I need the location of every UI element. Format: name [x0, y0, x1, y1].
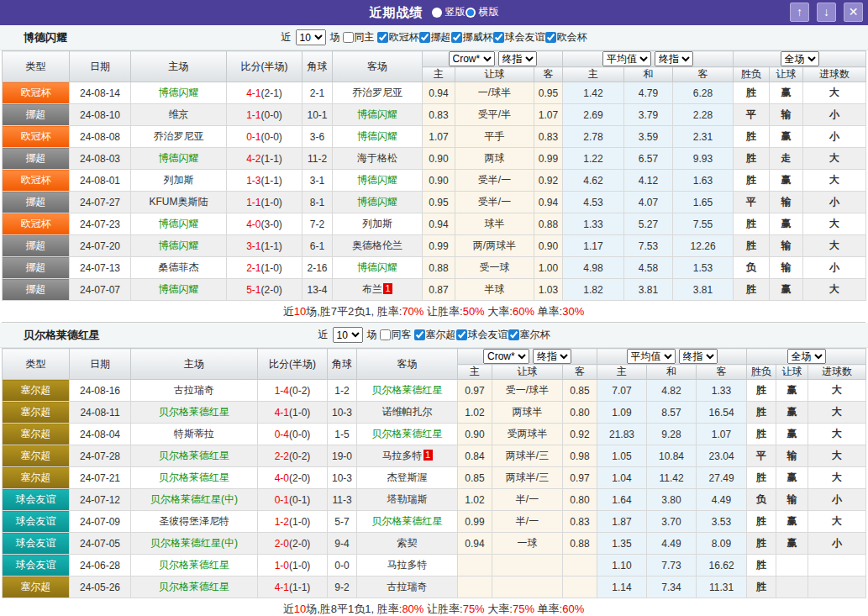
- col-odds-away: 客: [563, 365, 597, 380]
- avg-away-odds: 27.49: [697, 467, 747, 489]
- avg-home-odds: 1.33: [563, 213, 624, 235]
- layout-radio-option[interactable]: 竖版: [432, 5, 466, 19]
- fulltime-score: 4-1: [246, 87, 260, 99]
- league-type-badge: 挪超: [3, 235, 70, 257]
- recent-count-select[interactable]: 10: [296, 29, 326, 45]
- goals-result: 小: [803, 192, 866, 213]
- odds-handicap: 球半: [455, 213, 534, 235]
- col-home: 主场: [131, 349, 258, 380]
- handicap-result: 赢: [770, 82, 803, 104]
- odds-away: 0.97: [563, 467, 597, 489]
- league-checkbox-塞尔超[interactable]: [414, 329, 425, 340]
- match-score: 3-1(1-1): [227, 235, 302, 257]
- league-checkbox-挪超[interactable]: [419, 32, 430, 43]
- match-row: 塞尔超24-07-28贝尔格莱德红星2-2(0-2)19-0马拉多特10.84两…: [3, 445, 866, 467]
- radio-icon[interactable]: [432, 8, 442, 18]
- away-team-name: 马拉多特: [357, 555, 458, 577]
- handicap-result: 赢: [776, 511, 808, 533]
- league-type-badge: 球会友谊: [3, 489, 70, 511]
- col-result-outcome: 胜负: [734, 67, 770, 82]
- goals-result: 大: [808, 424, 866, 445]
- radio-label: 横版: [479, 5, 499, 19]
- odds-group-header: Crow*终指: [458, 349, 597, 365]
- avg-draw-odds: 4.12: [624, 170, 673, 192]
- league-checkbox-球会友谊[interactable]: [493, 32, 504, 43]
- odds-handicap: 半/一: [492, 511, 563, 533]
- avg-away-odds: 3.53: [697, 511, 747, 533]
- avg-source-select[interactable]: 平均值: [602, 51, 651, 66]
- match-row: 欧冠杯24-08-08乔治罗尼亚0-1(0-0)3-6博德闪耀1.07平手0.8…: [3, 126, 866, 148]
- col-avg-away: 客: [697, 365, 747, 380]
- avg-away-odds: 23.04: [697, 445, 747, 467]
- match-date: 24-07-05: [70, 533, 131, 555]
- odds-handicap: 受半/一: [455, 170, 534, 192]
- same-venue-checkbox[interactable]: [380, 329, 391, 340]
- odds-home: 0.88: [423, 257, 455, 279]
- match-date: 24-07-09: [70, 511, 131, 533]
- odds-home: 0.99: [458, 511, 492, 533]
- corner-count: 19-0: [328, 445, 357, 467]
- avg-mode-select[interactable]: 终指: [679, 349, 718, 364]
- scope-select[interactable]: 全场: [781, 51, 819, 66]
- league-checkbox-塞尔杯[interactable]: [508, 329, 519, 340]
- odds-source-select[interactable]: Crow*: [449, 51, 495, 66]
- team-text: 贝尔格莱德红星: [372, 428, 443, 440]
- avg-away-odds: 4.49: [697, 489, 747, 511]
- odds-handicap: 平手: [455, 126, 534, 148]
- handicap-result: 走: [770, 148, 803, 170]
- league-checkbox-欧会杯[interactable]: [545, 32, 556, 43]
- summary-text: 50%: [463, 305, 485, 318]
- match-row: 欧冠杯24-08-01列加斯1-3(1-1)3-1博德闪耀0.90受半/一0.9…: [3, 170, 866, 192]
- halftime-score: (1-1): [261, 175, 282, 187]
- matches-label: 场: [330, 30, 340, 45]
- odds-source-select[interactable]: Crow*: [483, 349, 529, 364]
- match-row: 挪超24-08-03博德闪耀4-2(1-1)11-2海于格松0.90两球0.99…: [3, 148, 866, 170]
- move-down-button[interactable]: ↓: [817, 3, 836, 22]
- away-team-name: 博德闪耀: [333, 170, 423, 192]
- outcome-result: 胜: [734, 82, 770, 104]
- col-score: 比分(半场): [258, 349, 328, 380]
- fulltime-score: 2-1: [246, 262, 260, 274]
- move-up-button[interactable]: ↑: [790, 3, 809, 22]
- avg-home-odds: 4.98: [563, 257, 624, 279]
- scope-select[interactable]: 全场: [787, 349, 826, 364]
- avg-draw-odds: 7.34: [647, 577, 697, 598]
- league-checkbox-欧冠杯[interactable]: [377, 32, 388, 43]
- league-checkbox-挪威杯[interactable]: [451, 32, 462, 43]
- match-date: 24-08-14: [70, 82, 131, 104]
- match-row: 挪超24-07-20博德闪耀3-1(1-1)6-1奥德格伦兰0.99两/两球半0…: [3, 235, 866, 257]
- radio-icon[interactable]: [466, 8, 476, 18]
- same-venue-checkbox[interactable]: [343, 32, 354, 43]
- league-type-badge: 欧冠杯: [3, 213, 70, 235]
- match-score: 2-2(0-2): [258, 445, 328, 467]
- outcome-result: 胜: [734, 126, 770, 148]
- avg-mode-select[interactable]: 终指: [655, 51, 693, 66]
- corner-count: 7-2: [302, 213, 333, 235]
- odds-home: 0.83: [423, 104, 455, 126]
- avg-away-odds: 3.81: [673, 279, 734, 301]
- odds-mode-select[interactable]: 终指: [498, 51, 537, 66]
- match-row: 球会友谊24-07-09圣彼得堡泽尼特1-2(1-0)5-7贝尔格莱德红星0.9…: [3, 511, 866, 533]
- away-team-name: 贝尔格莱德红星: [357, 380, 458, 402]
- col-away: 客场: [357, 349, 458, 380]
- outcome-result: 胜: [747, 402, 776, 424]
- fulltime-score: 0-1: [275, 494, 289, 506]
- outcome-result: 胜: [747, 533, 776, 555]
- layout-radio-group[interactable]: 竖版横版: [432, 5, 499, 20]
- match-score: 4-2(1-1): [227, 148, 302, 170]
- away-team-name: 乔治罗尼亚: [333, 82, 423, 104]
- odds-mode-select[interactable]: 终指: [533, 349, 571, 364]
- avg-source-select[interactable]: 平均值: [627, 349, 676, 364]
- avg-away-odds: 2.28: [673, 104, 734, 126]
- avg-home-odds: 2.78: [563, 126, 624, 148]
- close-button[interactable]: ✕: [844, 3, 863, 22]
- league-type-badge: 塞尔超: [3, 380, 70, 402]
- league-checkbox-球会友谊[interactable]: [456, 329, 467, 340]
- corner-count: 1-5: [328, 424, 357, 445]
- recent-count-select[interactable]: 10: [333, 327, 363, 343]
- match-date: 24-07-13: [70, 257, 131, 279]
- col-home: 主场: [131, 51, 227, 82]
- col-odds-handicap: 让球: [455, 67, 534, 82]
- layout-radio-selected[interactable]: 横版: [466, 5, 499, 19]
- team-text: 博德闪耀: [357, 196, 397, 208]
